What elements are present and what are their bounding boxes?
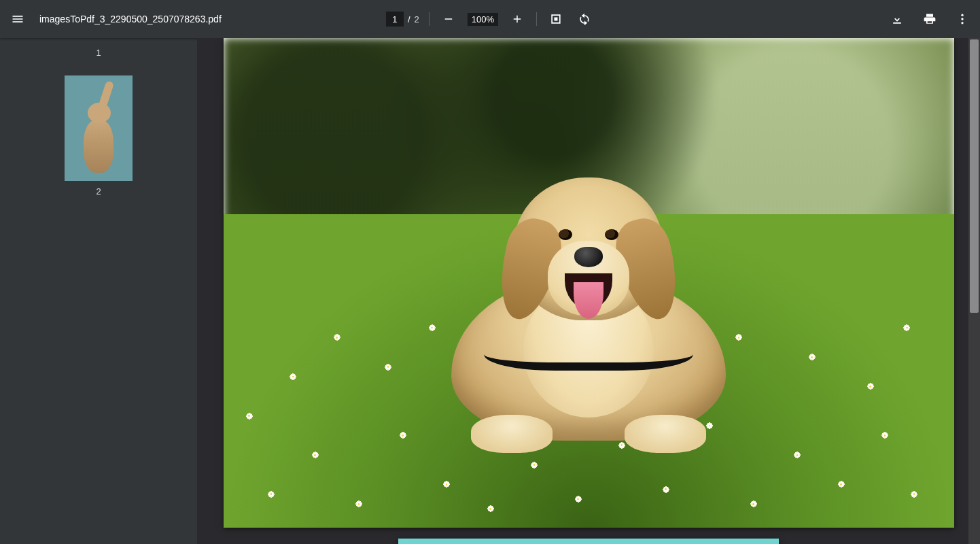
thumbnail-label: 2 [96, 186, 101, 197]
vertical-scrollbar[interactable] [968, 38, 980, 544]
print-icon[interactable] [920, 10, 939, 29]
viewer-scroll[interactable] [197, 38, 980, 544]
page-total: 2 [415, 14, 419, 24]
document-filename: imagesToPdf_3_2290500_2507078263.pdf [39, 14, 222, 24]
zoom-out-icon[interactable] [439, 10, 458, 29]
menu-icon[interactable] [8, 10, 27, 29]
fit-page-icon[interactable] [546, 10, 565, 29]
more-icon[interactable] [953, 10, 972, 29]
svg-point-0 [961, 14, 963, 16]
zoom-level[interactable]: 100% [468, 13, 498, 26]
download-icon[interactable] [888, 10, 907, 29]
thumbnail-label: 1 [96, 48, 101, 58]
page-number-input[interactable] [386, 12, 404, 27]
scrollbar-thumb[interactable] [970, 39, 979, 313]
toolbar-center: / 2 100% [386, 10, 594, 29]
workspace: 1 2 [0, 38, 980, 544]
svg-point-2 [961, 22, 963, 24]
page-separator: / [408, 14, 410, 24]
page-indicator: / 2 [386, 12, 419, 27]
page-image [224, 38, 954, 528]
thumbnail-image[interactable] [65, 75, 133, 181]
zoom-in-icon[interactable] [508, 10, 527, 29]
toolbar-separator [429, 12, 430, 26]
thumbnail-sidebar[interactable]: 1 2 [0, 38, 197, 544]
toolbar-right [888, 10, 972, 29]
pdf-page [224, 38, 954, 528]
pdf-page [398, 539, 779, 544]
thumbnail-item[interactable]: 1 [96, 48, 101, 58]
pdf-toolbar: imagesToPdf_3_2290500_2507078263.pdf / 2… [0, 0, 980, 38]
toolbar-left: imagesToPdf_3_2290500_2507078263.pdf [8, 10, 222, 29]
toolbar-separator [536, 12, 537, 26]
svg-point-1 [961, 18, 963, 20]
document-viewer [197, 38, 980, 544]
rotate-icon[interactable] [575, 10, 594, 29]
thumbnail-item[interactable]: 2 [65, 75, 133, 197]
